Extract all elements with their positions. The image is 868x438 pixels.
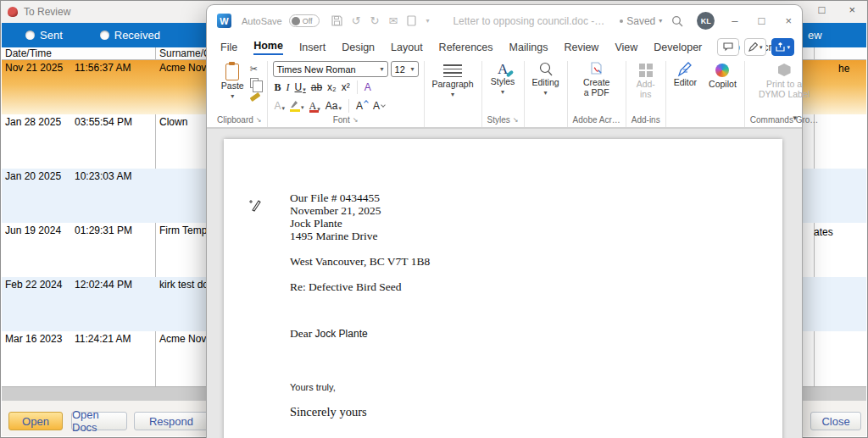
letter-closing-small: Yours truly, xyxy=(290,381,430,394)
letter-line: 1495 Marine Drive xyxy=(290,230,430,242)
grow-font-button[interactable]: A xyxy=(356,100,363,112)
respond-button[interactable]: Respond xyxy=(134,412,209,430)
close-icon[interactable]: × xyxy=(785,14,792,27)
cell-time[interactable]: 11:56:37 AM xyxy=(75,62,131,74)
cell-time[interactable]: 01:29:31 PM xyxy=(75,225,132,236)
redo-icon[interactable]: ↻ xyxy=(370,14,380,27)
close-icon[interactable]: × xyxy=(849,3,855,16)
cut-icon[interactable]: ✂ xyxy=(250,64,260,75)
clipboard-group: Paste ▾ ✂ Clipboard ↘ xyxy=(212,61,267,127)
radio-icon[interactable] xyxy=(100,30,109,40)
tab-mailings[interactable]: Mailings xyxy=(509,42,548,53)
create-pdf-button[interactable]: Create a PDF xyxy=(577,61,616,98)
editor-button[interactable]: Editor xyxy=(671,61,699,90)
strikethrough-button[interactable]: ab xyxy=(311,81,322,93)
tab-file[interactable]: File xyxy=(220,42,237,53)
addins-grid-icon xyxy=(639,64,653,77)
header-date-time[interactable]: Date/Time xyxy=(5,47,52,59)
word-titlebar[interactable]: W AutoSave Off ↺ ↻ ✉ ▾ Letter to opposin… xyxy=(207,5,802,36)
cell-date[interactable]: Jun 19 2024 xyxy=(5,225,61,236)
paste-button[interactable]: Paste ▾ xyxy=(219,61,247,103)
dialog-launcher-icon[interactable]: ↘ xyxy=(353,116,359,124)
underline-button[interactable]: U▾ xyxy=(295,81,306,93)
font-name-select[interactable]: Times New Roman ▾ xyxy=(273,61,388,77)
cell-name[interactable]: Clown xyxy=(159,116,187,128)
editing-button[interactable]: Editing ▾ xyxy=(530,61,562,99)
shrink-font-button[interactable]: A xyxy=(373,100,380,112)
tab-developer[interactable]: Developer xyxy=(654,42,702,53)
avatar[interactable]: KL xyxy=(697,12,715,30)
cell-time[interactable]: 12:02:44 PM xyxy=(75,279,132,291)
radio-icon[interactable] xyxy=(25,30,35,40)
change-case-button[interactable]: Aa▾ xyxy=(326,100,342,112)
subscript-button[interactable]: x₂ xyxy=(327,81,337,93)
tab-layout[interactable]: Layout xyxy=(391,42,423,53)
superscript-button[interactable]: x² xyxy=(342,81,350,93)
cell-date[interactable]: Nov 21 2025 xyxy=(5,62,63,74)
maximize-icon[interactable]: □ xyxy=(759,14,765,27)
styles-button[interactable]: A Styles ▾ xyxy=(488,61,518,98)
search-icon[interactable] xyxy=(671,15,683,27)
tab-references[interactable]: References xyxy=(439,42,493,53)
dymo-print-button[interactable]: Print to a DYMO Label xyxy=(754,61,814,100)
cell-name[interactable]: Firm Temp xyxy=(159,225,207,236)
dialog-launcher-icon[interactable]: ↘ xyxy=(513,116,519,124)
italic-button[interactable]: I xyxy=(287,81,290,94)
maximize-icon[interactable]: □ xyxy=(819,3,826,16)
document-page[interactable]: Our File # 0434455 November 21, 2025 Joc… xyxy=(224,139,782,438)
header-surname[interactable]: Surname/C xyxy=(159,47,211,59)
more-commands-icon[interactable]: ▾ xyxy=(426,17,429,25)
tab-review[interactable]: Review xyxy=(564,42,598,53)
close-button[interactable]: Close xyxy=(810,412,861,430)
tab-insert[interactable]: Insert xyxy=(299,42,326,53)
font-name-value: Times New Roman xyxy=(277,64,356,75)
dialog-launcher-icon[interactable]: ↘ xyxy=(256,116,262,124)
paragraph-lines-icon xyxy=(443,64,462,77)
font-size-select[interactable]: 12 ▾ xyxy=(391,61,419,77)
addins-button[interactable]: Add-ins xyxy=(632,61,660,100)
save-icon[interactable] xyxy=(331,15,342,26)
clear-formatting-button[interactable]: A xyxy=(364,81,371,93)
drawing-button[interactable]: ▾ xyxy=(744,38,767,56)
tab-design[interactable]: Design xyxy=(342,42,375,53)
cell-time[interactable]: 11:24:21 AM xyxy=(75,333,131,345)
document-icon[interactable] xyxy=(407,15,416,26)
cell-name[interactable]: Acme Nov xyxy=(159,62,206,74)
save-status[interactable]: Saved ▾ xyxy=(620,15,662,27)
paragraph-button[interactable]: Paragraph ▾ xyxy=(430,61,476,101)
cell-date[interactable]: Feb 22 2024 xyxy=(5,279,62,291)
cell-date[interactable]: Jan 28 2025 xyxy=(5,116,61,128)
open-docs-button[interactable]: Open Docs xyxy=(71,412,127,430)
cell-date[interactable]: Jan 20 2025 xyxy=(5,170,61,182)
copy-icon[interactable] xyxy=(250,78,259,88)
share-button[interactable]: ▾ xyxy=(771,38,794,56)
format-painter-icon[interactable] xyxy=(249,92,260,102)
font-color-button[interactable]: A▾ xyxy=(309,100,320,113)
salutation-name: Jock Plante xyxy=(315,328,368,340)
tab-view[interactable]: View xyxy=(615,42,637,53)
cell-name[interactable]: Acme Nov xyxy=(159,333,206,345)
cell-time[interactable]: 10:23:03 AM xyxy=(75,170,131,182)
envelope-icon[interactable]: ✉ xyxy=(389,14,398,27)
cell-time[interactable]: 03:55:54 PM xyxy=(75,116,132,128)
chevron-down-icon: ▾ xyxy=(231,91,234,102)
highlight-button[interactable]: ▾ xyxy=(290,101,304,111)
tab-home[interactable]: Home xyxy=(253,40,283,55)
chevron-down-icon: ▾ xyxy=(451,90,454,100)
collapse-ribbon-icon[interactable]: ▾ xyxy=(793,114,797,122)
open-button[interactable]: Open xyxy=(8,412,63,430)
bold-button[interactable]: B xyxy=(275,81,281,94)
minimize-icon[interactable]: – xyxy=(732,14,737,27)
editor-copilot-group: Editor Copilot xyxy=(665,61,744,127)
cell-date[interactable]: Mar 16 2023 xyxy=(5,333,62,345)
radio-received[interactable]: Received xyxy=(100,29,160,42)
radio-sent[interactable]: Sent xyxy=(25,29,63,42)
text-effects-button[interactable]: A▾ xyxy=(275,100,286,112)
copilot-button[interactable]: Copilot xyxy=(706,61,739,90)
magnifier-icon xyxy=(538,62,554,77)
letter-body[interactable]: Our File # 0434455 November 21, 2025 Joc… xyxy=(290,191,430,419)
cell-name[interactable]: kirk test do xyxy=(159,279,209,291)
comments-button[interactable] xyxy=(717,38,739,56)
autosave-toggle[interactable]: Off xyxy=(289,14,320,27)
undo-icon[interactable]: ↺ xyxy=(352,14,361,27)
